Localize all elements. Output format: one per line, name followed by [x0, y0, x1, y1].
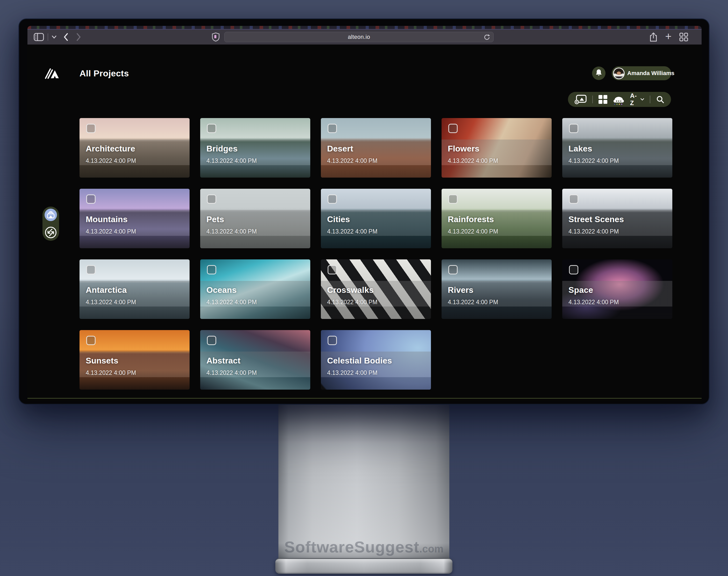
project-date: 4.13.2022 4:00 PM — [448, 299, 498, 306]
media-stack-button[interactable] — [45, 209, 57, 221]
project-title: Abstract — [206, 356, 240, 366]
watermark: SoftwareSuggest.com — [284, 538, 444, 556]
project-title: Mountains — [86, 214, 128, 224]
project-card[interactable]: Sunsets 4.13.2022 4:00 PM — [80, 330, 190, 390]
card-checkbox[interactable] — [207, 336, 216, 345]
project-card[interactable]: Abstract 4.13.2022 4:00 PM — [200, 330, 310, 390]
project-title: Celestial Bodies — [327, 356, 392, 366]
project-date: 4.13.2022 4:00 PM — [86, 369, 136, 376]
browser-tab-strip — [27, 26, 702, 30]
project-title: Cities — [327, 214, 350, 224]
add-media-icon[interactable] — [575, 94, 587, 104]
alteon-logo-icon[interactable] — [44, 66, 60, 80]
site-content: All Projects Amanda Williams — [27, 45, 702, 401]
chevron-down-icon — [641, 98, 644, 101]
stacked-view-icon[interactable] — [613, 96, 624, 103]
project-date: 4.13.2022 4:00 PM — [86, 228, 136, 235]
project-card[interactable]: Antarctica 4.13.2022 4:00 PM — [80, 259, 190, 319]
user-menu[interactable]: Amanda Williams — [612, 66, 671, 80]
project-title: Architecture — [86, 144, 135, 153]
project-title: Flowers — [448, 144, 479, 153]
sort-dropdown[interactable]: A-Z — [630, 92, 644, 107]
project-date: 4.13.2022 4:00 PM — [327, 228, 377, 235]
project-title: Sunsets — [86, 356, 118, 366]
project-date: 4.13.2022 4:00 PM — [327, 157, 377, 164]
project-card[interactable]: Desert 4.13.2022 4:00 PM — [321, 118, 431, 178]
project-card[interactable]: Oceans 4.13.2022 4:00 PM — [200, 259, 310, 319]
project-date: 4.13.2022 4:00 PM — [206, 228, 257, 235]
url-text: alteon.io — [348, 34, 370, 40]
project-card[interactable]: Space 4.13.2022 4:00 PM — [562, 259, 672, 319]
card-checkbox[interactable] — [328, 265, 337, 275]
card-checkbox[interactable] — [328, 336, 337, 345]
reload-icon[interactable] — [483, 34, 490, 41]
project-date: 4.13.2022 4:00 PM — [206, 299, 257, 306]
search-icon[interactable] — [656, 95, 664, 104]
project-card[interactable]: Celestial Bodies 4.13.2022 4:00 PM — [321, 330, 431, 390]
tab-overview-icon[interactable] — [679, 33, 688, 41]
project-card[interactable]: Rainforests 4.13.2022 4:00 PM — [442, 189, 552, 248]
project-card[interactable]: Bridges 4.13.2022 4:00 PM — [200, 118, 310, 178]
card-checkbox[interactable] — [328, 194, 337, 204]
card-checkbox[interactable] — [207, 265, 216, 275]
toolbar-divider — [650, 95, 650, 103]
card-checkbox[interactable] — [448, 124, 458, 133]
notifications-button[interactable] — [592, 66, 606, 80]
card-checkbox[interactable] — [448, 265, 458, 275]
project-date: 4.13.2022 4:00 PM — [448, 228, 498, 235]
project-card[interactable]: Flowers 4.13.2022 4:00 PM — [442, 118, 552, 178]
privacy-shield-icon[interactable] — [212, 32, 220, 42]
card-checkbox[interactable] — [207, 124, 216, 133]
project-title: Oceans — [206, 285, 237, 295]
project-card[interactable]: Mountains 4.13.2022 4:00 PM — [80, 189, 190, 248]
tab-chevron-icon[interactable] — [52, 35, 56, 38]
project-card[interactable]: Rivers 4.13.2022 4:00 PM — [442, 259, 552, 319]
project-title: Desert — [327, 144, 353, 153]
project-title: Crosswalks — [327, 285, 374, 295]
card-checkbox[interactable] — [86, 336, 95, 345]
project-card[interactable]: Street Scenes 4.13.2022 4:00 PM — [562, 189, 672, 248]
floating-dock — [43, 207, 59, 241]
project-title: Bridges — [206, 144, 238, 153]
view-toolbar: A-Z — [568, 92, 671, 107]
card-checkbox[interactable] — [448, 194, 458, 204]
project-date: 4.13.2022 4:00 PM — [448, 157, 498, 164]
media-stack-icon — [46, 211, 55, 219]
toolbar-divider — [48, 33, 48, 41]
card-checkbox[interactable] — [569, 194, 578, 204]
project-title: Space — [568, 285, 593, 295]
project-title: Rivers — [448, 285, 473, 295]
card-checkbox[interactable] — [86, 194, 95, 204]
card-checkbox[interactable] — [569, 265, 578, 275]
sync-arrows-icon — [45, 226, 57, 239]
project-date: 4.13.2022 4:00 PM — [568, 157, 619, 164]
sync-arrows-button[interactable] — [45, 226, 57, 239]
address-bar[interactable]: alteon.io — [224, 32, 494, 42]
project-card[interactable]: Pets 4.13.2022 4:00 PM — [200, 189, 310, 248]
grid-view-icon[interactable] — [598, 95, 607, 104]
new-tab-icon[interactable]: + — [665, 31, 672, 42]
page-title: All Projects — [80, 68, 129, 79]
project-title: Pets — [206, 214, 224, 224]
project-card[interactable]: Lakes 4.13.2022 4:00 PM — [562, 118, 672, 178]
toolbar-divider — [592, 95, 593, 103]
stacked-view-dots — [614, 104, 622, 105]
project-date: 4.13.2022 4:00 PM — [86, 299, 136, 306]
forward-icon[interactable] — [76, 33, 81, 41]
card-checkbox[interactable] — [207, 194, 216, 204]
card-checkbox[interactable] — [86, 124, 95, 133]
project-date: 4.13.2022 4:00 PM — [206, 369, 257, 376]
project-date: 4.13.2022 4:00 PM — [86, 157, 136, 164]
project-card[interactable]: Architecture 4.13.2022 4:00 PM — [80, 118, 190, 178]
sidebar-toggle-icon[interactable] — [34, 33, 44, 41]
footer-divider — [27, 398, 702, 399]
project-card[interactable]: Cities 4.13.2022 4:00 PM — [321, 189, 431, 248]
back-icon[interactable] — [63, 33, 68, 41]
card-checkbox[interactable] — [328, 124, 337, 133]
card-checkbox[interactable] — [569, 124, 578, 133]
monitor-stand: SoftwareSuggest.com — [278, 403, 449, 559]
card-checkbox[interactable] — [86, 265, 95, 275]
project-card[interactable]: Crosswalks 4.13.2022 4:00 PM — [321, 259, 431, 319]
share-icon[interactable] — [649, 32, 657, 42]
project-title: Rainforests — [448, 214, 494, 224]
